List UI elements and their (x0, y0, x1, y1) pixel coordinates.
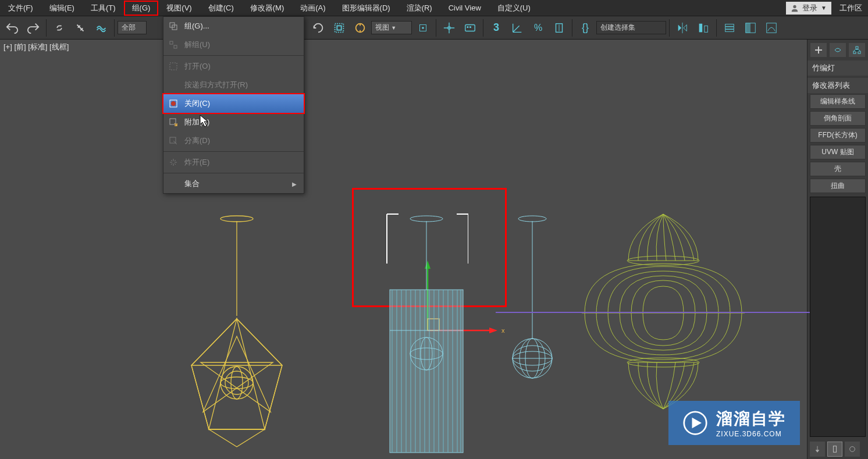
svg-point-43 (220, 367, 253, 399)
angle-snap-icon[interactable] (507, 18, 527, 38)
svg-marker-39 (209, 429, 265, 447)
viewport-label[interactable]: [+] [前] [标准] [线框] (3, 42, 69, 52)
selection-filter-dropdown[interactable]: 全部 (118, 21, 147, 34)
modifier-stack[interactable] (810, 197, 866, 437)
refcoord-dropdown[interactable]: 视图 ▼ (371, 21, 412, 34)
percent-snap-icon[interactable]: % (528, 18, 548, 38)
selection-set-input[interactable]: 创建选择集 (596, 21, 666, 34)
bind-spacewarp-icon[interactable] (91, 18, 111, 38)
svg-point-69 (421, 337, 432, 370)
play-logo-icon (682, 410, 708, 436)
svg-rect-8 (467, 26, 469, 28)
main-toolbar: 全部 视图 ▼ 3 % {} 创建选择集 (0, 16, 868, 40)
pivot-icon[interactable] (413, 18, 433, 38)
svg-marker-37 (191, 319, 237, 429)
dropdown-attach[interactable]: 附加(A) (163, 113, 304, 131)
svg-text:x: x (501, 327, 505, 334)
svg-point-80 (627, 358, 699, 367)
svg-marker-83 (692, 418, 702, 428)
align-icon[interactable] (693, 18, 713, 38)
menu-graph-editor[interactable]: 图形编辑器(D) (334, 1, 399, 16)
svg-rect-21 (170, 41, 173, 44)
modifier-button[interactable]: UVW 贴图 (810, 145, 866, 159)
link-icon[interactable] (49, 18, 69, 38)
modifier-list-dropdown[interactable]: 修改器列表 (807, 78, 868, 93)
modify-tab[interactable] (830, 43, 846, 57)
named-selection-icon[interactable]: {} (575, 18, 595, 38)
svg-point-34 (220, 216, 253, 222)
placement-icon[interactable] (350, 18, 370, 38)
svg-rect-12 (705, 26, 708, 32)
toggle-ribbon-icon[interactable] (741, 18, 760, 38)
keyboard-shortcut-icon[interactable] (460, 18, 480, 38)
redo-icon[interactable] (23, 18, 43, 38)
dropdown-label: 按递归方式打开(R) (184, 80, 248, 90)
menu-edit[interactable]: 编辑(E) (41, 1, 83, 16)
modifier-button[interactable]: 扭曲 (810, 179, 866, 193)
svg-point-73 (513, 351, 552, 365)
menu-file[interactable]: 文件(F) (0, 1, 41, 16)
menu-tools[interactable]: 工具(T) (83, 1, 124, 16)
menu-animation[interactable]: 动画(A) (292, 1, 333, 16)
undo-icon[interactable] (2, 18, 22, 38)
open-group-icon (168, 61, 179, 72)
workspace-label[interactable]: 工作区 (834, 1, 868, 16)
modifier-button[interactable]: 壳 (810, 162, 866, 176)
menubar: 文件(F) 编辑(E) 工具(T) 组(G) 视图(V) 创建(C) 修改器(M… (0, 0, 868, 16)
watermark: 溜溜自学 ZIXUE.3D66.COM (668, 401, 800, 445)
svg-rect-49 (390, 290, 463, 453)
watermark-title: 溜溜自学 (716, 408, 786, 430)
menu-render[interactable]: 渲染(R) (399, 1, 440, 16)
modifier-stack-tools (810, 442, 866, 457)
svg-rect-85 (853, 51, 856, 54)
menu-civil-view[interactable]: Civil View (440, 1, 489, 15)
modifier-button[interactable]: FFD(长方体) (810, 128, 866, 143)
create-tab[interactable] (810, 43, 827, 57)
modifier-button[interactable]: 倒角剖面 (810, 111, 866, 126)
dropdown-detach: 分离(D) (163, 131, 304, 150)
manipulate-icon[interactable] (439, 18, 459, 38)
mirror-icon[interactable] (673, 18, 692, 38)
rotate-icon[interactable] (308, 18, 328, 38)
object-name-field[interactable]: 竹编灯 (807, 61, 868, 76)
hierarchy-tab[interactable] (849, 43, 865, 57)
dropdown-label: 组(G)... (184, 21, 209, 31)
menu-view[interactable]: 视图(V) (158, 1, 200, 16)
svg-rect-17 (746, 23, 750, 33)
svg-point-45 (231, 367, 243, 399)
wireframe-model-3 (506, 214, 558, 383)
svg-rect-13 (725, 24, 734, 26)
menu-group[interactable]: 组(G) (124, 1, 159, 16)
make-unique-icon[interactable] (845, 442, 860, 457)
dropdown-open: 打开(O) (163, 57, 304, 76)
menu-modifier[interactable]: 修改器(M) (242, 1, 293, 16)
svg-rect-86 (858, 51, 860, 54)
svg-point-25 (171, 101, 176, 106)
svg-marker-29 (425, 261, 431, 269)
svg-rect-9 (469, 26, 471, 28)
transform-gizmo[interactable]: x (419, 261, 512, 354)
menu-create[interactable]: 创建(C) (200, 1, 242, 16)
dropdown-group[interactable]: 组(G)... (163, 17, 304, 35)
scale-icon[interactable] (329, 18, 349, 38)
svg-marker-38 (237, 319, 282, 429)
login-button[interactable]: 登录 ▼ (786, 2, 831, 15)
viewport-front[interactable]: [+] [前] [标准] [线框] x (0, 40, 807, 459)
unlink-icon[interactable] (70, 18, 90, 38)
modifier-button[interactable]: 编辑样条线 (810, 94, 866, 109)
curve-editor-icon[interactable] (762, 18, 781, 38)
submenu-arrow-icon: ▶ (292, 181, 297, 187)
layer-explorer-icon[interactable] (720, 18, 739, 38)
pin-stack-icon[interactable] (810, 442, 825, 457)
show-result-icon[interactable] (827, 442, 842, 457)
dropdown-close[interactable]: 关闭(C) (162, 93, 305, 114)
snap-toggle-icon[interactable]: 3 (486, 18, 506, 38)
dropdown-assembly[interactable]: 集合 ▶ (163, 175, 304, 193)
menu-customize[interactable]: 自定义(U) (489, 1, 539, 16)
svg-rect-15 (725, 29, 734, 31)
svg-point-46 (225, 371, 248, 394)
spinner-snap-icon[interactable] (549, 18, 569, 38)
main-area: [+] [前] [标准] [线框] x (0, 40, 868, 459)
watermark-url: ZIXUE.3D66.COM (716, 430, 786, 438)
svg-marker-42 (201, 336, 273, 412)
